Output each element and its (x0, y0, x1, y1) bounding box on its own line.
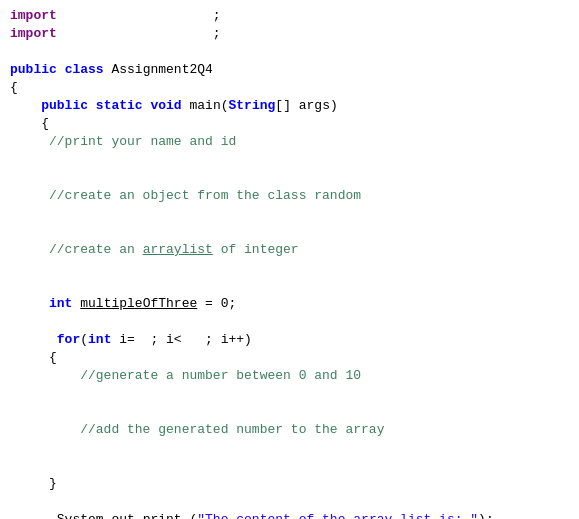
print-statement: System. out .print ( "The content of the… (0, 512, 579, 519)
assign: = 0; (197, 296, 236, 311)
out-field: out (111, 512, 134, 519)
comment-text: //create an object from the class random (10, 188, 361, 203)
space (57, 62, 65, 77)
indent (10, 296, 49, 311)
comment-print-name: //print your name and id (0, 134, 579, 152)
keyword-class: class (65, 62, 104, 77)
class-declaration: public class Assignment2Q4 (0, 62, 579, 80)
array-bracket: [] (275, 98, 298, 113)
open-brace-method: { (0, 116, 579, 134)
brace: { (49, 350, 57, 365)
blank-line (0, 458, 579, 476)
indent (10, 332, 57, 347)
comment-create-arraylist: //create an arraylist of integer (0, 242, 579, 260)
for-loop-declaration: for ( int i= ; i< ; i++) (0, 332, 579, 350)
blank-line (0, 224, 579, 242)
indent (10, 350, 49, 365)
space (104, 62, 112, 77)
var-multipleofthree: multipleOfThree (80, 296, 197, 311)
param-args: args) (299, 98, 338, 113)
class-name: Assignment2Q4 (111, 62, 212, 77)
blank-line (0, 440, 579, 458)
multiple-of-three-declaration: int multipleOfThree = 0; (0, 296, 579, 314)
blank-line (0, 278, 579, 296)
space (143, 98, 151, 113)
blank-line (0, 152, 579, 170)
comment-text: //generate a number between 0 and 10 (10, 368, 361, 383)
main-method-declaration: public static void main( String [] args) (0, 98, 579, 116)
comment-text: //add the generated number to the array (10, 422, 384, 437)
blank-line (0, 260, 579, 278)
code-editor: import ; import ; public class Assignmen… (0, 0, 579, 519)
keyword-public-method: public (41, 98, 88, 113)
brace: { (10, 80, 18, 95)
indent (10, 116, 41, 131)
blank-line (0, 206, 579, 224)
code-line: import ; (0, 8, 579, 26)
code-line: import ; (0, 26, 579, 44)
brace: } (49, 476, 57, 491)
comment-create-object: //create an object from the class random (0, 188, 579, 206)
blank-line (0, 386, 579, 404)
comment-add-number: //add the generated number to the array (0, 422, 579, 440)
keyword-import-2: import (10, 26, 57, 41)
close-paren: ); (478, 512, 494, 519)
print-method: .print ( (135, 512, 197, 519)
blank-line (0, 170, 579, 188)
blank-line (0, 314, 579, 332)
for-params: ( (80, 332, 88, 347)
string-literal: "The content of the array list is: " (197, 512, 478, 519)
indent (10, 98, 41, 113)
keyword-import: import (10, 8, 57, 23)
space (72, 296, 80, 311)
close-brace-for: } (0, 476, 579, 494)
keyword-int: int (49, 296, 72, 311)
keyword-string: String (229, 98, 276, 113)
brace: { (41, 116, 49, 131)
method-name: main( (190, 98, 229, 113)
blank-line (0, 44, 579, 62)
comment-text: //create an arraylist of integer (10, 242, 299, 257)
keyword-for: for (57, 332, 80, 347)
keyword-int-for: int (88, 332, 111, 347)
blank-line (0, 494, 579, 512)
open-brace-class: { (0, 80, 579, 98)
system-class: System. (57, 512, 112, 519)
open-brace-for: { (0, 350, 579, 368)
for-var: i= ; i< ; i++) (111, 332, 251, 347)
keyword-void: void (150, 98, 181, 113)
import-path-1: ; (57, 8, 221, 23)
comment-generate-number: //generate a number between 0 and 10 (0, 368, 579, 386)
blank-line (0, 404, 579, 422)
indent (10, 476, 49, 491)
space (88, 98, 96, 113)
import-path-2: ; (57, 26, 221, 41)
keyword-public: public (10, 62, 57, 77)
comment-text: //print your name and id (10, 134, 236, 149)
space (182, 98, 190, 113)
keyword-static: static (96, 98, 143, 113)
indent (10, 512, 57, 519)
